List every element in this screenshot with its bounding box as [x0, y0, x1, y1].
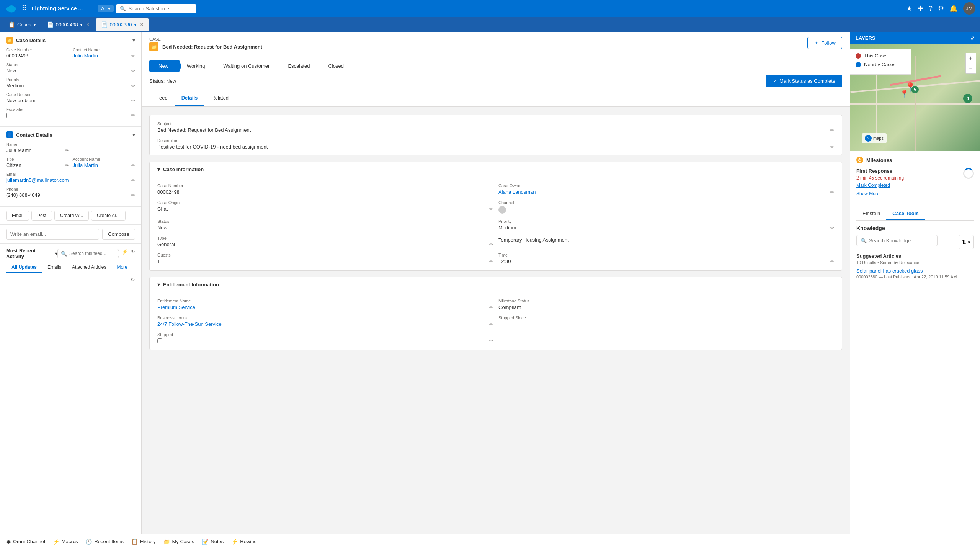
tab-case-tools[interactable]: Case Tools	[886, 208, 924, 220]
tab-all-updates[interactable]: All Updates	[6, 262, 42, 273]
edit-icon[interactable]: ✏	[131, 113, 135, 118]
edit-icon[interactable]: ✏	[131, 178, 135, 183]
tab-00002380[interactable]: 📄 00002380 ▾ ✕	[96, 18, 149, 31]
nearby-case-pin: 📍	[900, 89, 909, 98]
edit-icon[interactable]: ✏	[489, 322, 493, 327]
add-icon[interactable]: ✚	[918, 4, 923, 13]
help-icon[interactable]: ?	[929, 5, 933, 13]
email-input[interactable]	[6, 229, 99, 240]
nav-rewind[interactable]: ⚡ Rewind	[231, 539, 256, 545]
edit-icon[interactable]: ✏	[489, 242, 493, 247]
feed-search-input[interactable]	[69, 251, 127, 256]
edit-icon[interactable]: ✏	[131, 68, 135, 74]
edit-icon[interactable]: ✏	[489, 338, 493, 343]
settings-icon[interactable]: ⚙	[938, 4, 944, 13]
search-scope-pill[interactable]: All ▾	[98, 5, 114, 12]
edit-icon[interactable]: ✏	[830, 190, 834, 195]
activity-search[interactable]: 🔍	[57, 249, 119, 258]
follow-button[interactable]: ＋ Follow	[807, 37, 842, 49]
close-icon[interactable]: ✕	[86, 22, 90, 27]
mark-complete-button[interactable]: ✓ Mark Status as Complete	[766, 75, 842, 87]
show-more-link[interactable]: Show More	[856, 191, 974, 196]
article-item: Solar panel has cracked glass 000002380 …	[856, 268, 974, 279]
tab-emails[interactable]: Emails	[42, 262, 67, 273]
edit-icon[interactable]: ✏	[131, 163, 135, 168]
tab-details[interactable]: Details	[175, 90, 205, 106]
escalated-checkbox[interactable]	[6, 113, 11, 118]
tab-einstein[interactable]: Einstein	[856, 208, 886, 220]
post-button[interactable]: Post	[31, 211, 52, 221]
nav-recent-items[interactable]: 🕐 Recent Items	[85, 539, 124, 545]
type-field: Type General ✏	[157, 236, 493, 247]
sort-button[interactable]: ⇅ ▾	[959, 235, 974, 249]
mark-completed-link[interactable]: Mark Completed	[856, 183, 890, 188]
global-search-bar[interactable]: 🔍	[116, 4, 196, 13]
activity-title[interactable]: Most Recent Activity ▾	[6, 248, 57, 259]
filter-icon[interactable]: ⚡	[122, 249, 128, 258]
knowledge-search-input[interactable]	[869, 238, 933, 243]
zoom-in-button[interactable]: +	[966, 53, 976, 63]
edit-icon[interactable]: ✏	[131, 98, 135, 103]
tab-more[interactable]: More	[111, 262, 132, 273]
edit-icon[interactable]: ✏	[489, 305, 493, 310]
my-cases-icon: 📁	[163, 539, 170, 545]
create-ar-button[interactable]: Create Ar...	[91, 211, 126, 221]
status-step-escalated[interactable]: Escalated	[279, 60, 319, 72]
red-pin-icon	[856, 53, 861, 59]
compose-button[interactable]: Compose	[102, 229, 135, 240]
waffle-menu[interactable]: ⠿	[21, 4, 27, 13]
refresh-icon[interactable]: ↻	[131, 276, 135, 283]
edit-icon[interactable]: ✏	[131, 83, 135, 88]
priority-field: Priority Medium ✏	[6, 77, 135, 88]
tab-cases[interactable]: 📋 Cases ▾	[3, 18, 41, 31]
favorites-icon[interactable]: ★	[906, 4, 912, 13]
salesforce-logo[interactable]	[5, 2, 18, 15]
status-step-working[interactable]: Working	[178, 60, 214, 72]
expand-icon[interactable]: ⤢	[970, 35, 975, 41]
tab-attached-articles[interactable]: Attached Articles	[67, 262, 111, 273]
knowledge-search-row: 🔍 ⇅ ▾	[856, 235, 974, 249]
create-w-button[interactable]: Create W...	[54, 211, 89, 221]
tab-cases-label: Cases	[17, 22, 31, 28]
history-icon: 📋	[131, 539, 138, 545]
edit-icon[interactable]: ✏	[489, 259, 493, 264]
email-button[interactable]: Email	[6, 211, 29, 221]
nav-macros[interactable]: ⚡ Macros	[53, 539, 78, 545]
nav-omni-channel[interactable]: ◉ Omni-Channel	[6, 539, 45, 545]
suggested-articles-title: Suggested Articles	[856, 253, 974, 259]
stopped-field: Stopped ✏	[157, 332, 493, 343]
edit-icon[interactable]: ✏	[65, 148, 69, 153]
user-avatar[interactable]: JM	[963, 2, 975, 15]
zoom-out-button[interactable]: −	[966, 63, 976, 73]
omni-channel-icon: ◉	[6, 539, 11, 545]
nav-notes[interactable]: 📝 Notes	[202, 539, 224, 545]
notifications-icon[interactable]: 🔔	[949, 4, 958, 13]
status-step-new[interactable]: New	[149, 60, 178, 72]
entitlement-collapse[interactable]: ▾ Entitlement Information	[150, 277, 842, 292]
edit-icon[interactable]: ✏	[830, 127, 834, 133]
status-step-closed[interactable]: Closed	[319, 60, 353, 72]
article-link[interactable]: Solar panel has cracked glass	[856, 268, 923, 274]
tab-feed[interactable]: Feed	[149, 90, 175, 106]
edit-icon[interactable]: ✏	[830, 144, 834, 150]
edit-icon[interactable]: ✏	[65, 163, 69, 168]
edit-icon[interactable]: ✏	[131, 193, 135, 198]
tab-00002498[interactable]: 📄 00002498 ▾ ✕	[42, 18, 95, 31]
edit-icon[interactable]: ✏	[830, 259, 834, 264]
nav-my-cases[interactable]: 📁 My Cases	[163, 539, 194, 545]
refresh-icon[interactable]: ↻	[131, 249, 135, 258]
knowledge-search[interactable]: 🔍	[856, 235, 938, 246]
close-icon[interactable]: ✕	[140, 22, 144, 27]
case-info-collapse[interactable]: ▾ Case Information	[150, 162, 842, 177]
collapse-icon[interactable]: ▾	[132, 37, 135, 43]
edit-icon[interactable]: ✏	[131, 53, 135, 59]
tab-related[interactable]: Related	[204, 90, 235, 106]
status-step-waiting[interactable]: Waiting on Customer	[214, 60, 279, 72]
edit-icon[interactable]: ✏	[830, 225, 834, 230]
nav-history[interactable]: 📋 History	[131, 539, 155, 545]
search-input[interactable]	[128, 6, 193, 11]
edit-icon[interactable]: ✏	[489, 206, 493, 212]
stopped-checkbox[interactable]	[157, 338, 162, 343]
collapse-icon[interactable]: ▾	[132, 132, 135, 138]
case-reason-field: Case Reason New problem ✏	[6, 92, 135, 103]
